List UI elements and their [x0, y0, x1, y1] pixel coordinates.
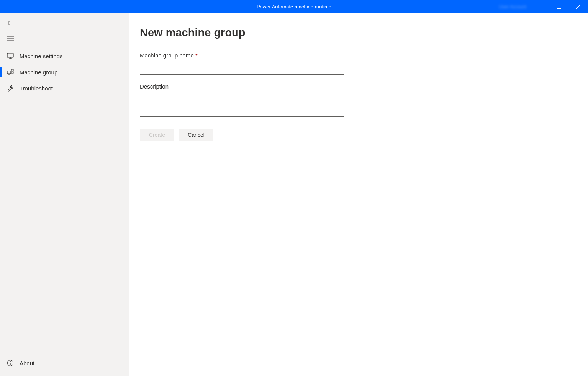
- arrow-left-icon: [7, 20, 14, 26]
- svg-rect-7: [7, 53, 13, 57]
- user-account[interactable]: User Account: [499, 4, 526, 10]
- monitor-icon: [7, 52, 14, 60]
- sidebar: Machine settings Machine group Troublesh…: [0, 13, 129, 376]
- maximize-button[interactable]: [549, 0, 568, 13]
- close-button[interactable]: [568, 0, 588, 13]
- create-button[interactable]: Create: [140, 129, 174, 141]
- minimize-button[interactable]: [530, 0, 549, 13]
- app-title: Power Automate machine runtime: [257, 4, 331, 10]
- main-content: New machine group Machine group name * D…: [129, 13, 588, 376]
- maximize-icon: [557, 5, 561, 9]
- cancel-button[interactable]: Cancel: [179, 129, 213, 141]
- required-indicator: *: [195, 52, 198, 59]
- svg-rect-13: [11, 72, 13, 73]
- sidebar-item-troubleshoot[interactable]: Troubleshoot: [0, 80, 129, 96]
- svg-rect-10: [7, 71, 11, 74]
- window-controls: [530, 0, 588, 13]
- sidebar-item-machine-group[interactable]: Machine group: [0, 64, 129, 80]
- description-input[interactable]: [140, 93, 344, 117]
- sidebar-item-label: Machine settings: [20, 53, 63, 59]
- wrench-icon: [7, 84, 14, 92]
- button-row: Create Cancel: [140, 129, 577, 141]
- titlebar: Power Automate machine runtime User Acco…: [0, 0, 588, 13]
- minimize-icon: [538, 5, 542, 9]
- svg-rect-1: [557, 5, 561, 9]
- hamburger-icon: [7, 36, 14, 41]
- hamburger-button[interactable]: [0, 32, 129, 48]
- machine-group-icon: [7, 68, 14, 76]
- sidebar-item-label: Troubleshoot: [20, 85, 53, 92]
- sidebar-item-machine-settings[interactable]: Machine settings: [0, 48, 129, 64]
- sidebar-item-about[interactable]: About: [0, 355, 129, 371]
- info-icon: [7, 359, 14, 367]
- close-icon: [576, 5, 580, 9]
- form-group-name: Machine group name *: [140, 52, 577, 75]
- name-label: Machine group name *: [140, 52, 577, 59]
- machine-group-name-input[interactable]: [140, 62, 344, 75]
- form-group-description: Description: [140, 83, 577, 118]
- svg-rect-12: [11, 69, 13, 71]
- name-label-text: Machine group name: [140, 52, 194, 59]
- page-title: New machine group: [140, 26, 577, 39]
- back-button[interactable]: [0, 16, 129, 32]
- description-label: Description: [140, 83, 577, 90]
- sidebar-item-label: About: [20, 360, 34, 366]
- sidebar-item-label: Machine group: [20, 69, 57, 76]
- svg-point-15: [10, 361, 11, 362]
